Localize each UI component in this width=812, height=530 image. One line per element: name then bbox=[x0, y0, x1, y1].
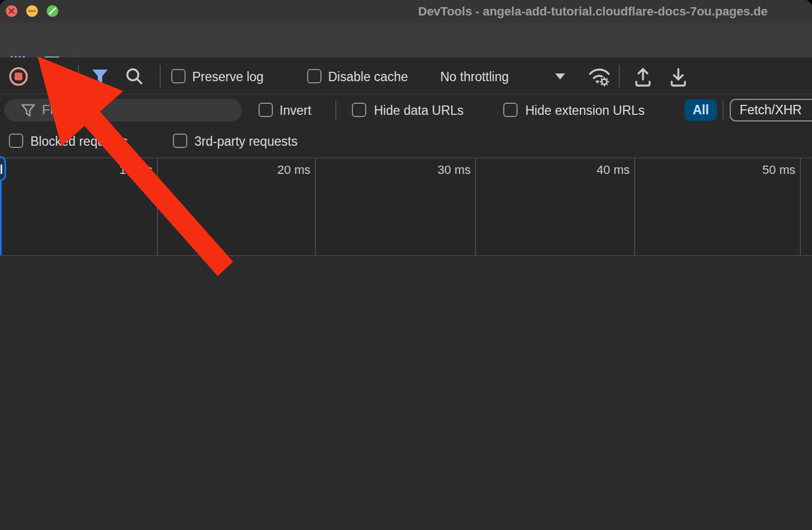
chevron-down-icon[interactable] bbox=[555, 73, 565, 80]
download-icon bbox=[667, 65, 689, 88]
upload-icon bbox=[632, 65, 654, 88]
export-har-button[interactable] bbox=[667, 65, 689, 89]
timeline-gridline bbox=[634, 158, 635, 255]
hide-data-urls-checkbox[interactable] bbox=[352, 103, 366, 117]
timeline-gridline bbox=[800, 158, 801, 255]
filter-row-separator bbox=[335, 100, 336, 120]
third-party-requests-checkbox[interactable] bbox=[173, 134, 187, 148]
search-icon bbox=[124, 66, 145, 87]
preserve-log-checkbox[interactable] bbox=[171, 69, 186, 83]
hide-extension-urls-checkbox[interactable] bbox=[503, 103, 518, 117]
close-window-button[interactable] bbox=[6, 5, 18, 17]
third-party-requests-label: 3rd-party requests bbox=[194, 134, 298, 149]
clear-network-log-button[interactable] bbox=[44, 66, 64, 88]
filter-input[interactable] bbox=[42, 100, 230, 119]
zoom-disabled-icon bbox=[46, 5, 59, 17]
invert-label: Invert bbox=[280, 103, 312, 118]
record-network-log-button[interactable] bbox=[8, 66, 29, 88]
invert-checkbox[interactable] bbox=[259, 103, 273, 117]
timeline-scrubber-handle[interactable] bbox=[0, 156, 6, 181]
timeline-scrubber-line bbox=[0, 181, 2, 255]
minimize-window-button[interactable] bbox=[26, 5, 38, 17]
titlebar: DevTools - angela-add-tutorial.cloudflar… bbox=[0, 0, 812, 23]
window-title: DevTools - angela-add-tutorial.cloudflar… bbox=[418, 4, 768, 19]
scrubber-grip bbox=[1, 165, 2, 174]
clear-icon bbox=[44, 66, 64, 87]
timeline-tick-50ms: 50 ms bbox=[762, 163, 795, 177]
throttling-select[interactable]: No throttling bbox=[440, 70, 509, 84]
devtools-window: DevTools - angela-add-tutorial.cloudflar… bbox=[0, 0, 812, 530]
network-filter-row: Invert Hide data URLs Hide extension URL… bbox=[0, 95, 812, 126]
network-toolbar: Preserve log Disable cache No throttling bbox=[0, 57, 812, 94]
network-overview-timeline[interactable]: 10 ms 20 ms 30 ms 40 ms 50 ms bbox=[0, 157, 812, 256]
request-type-all-chip[interactable]: All bbox=[684, 99, 717, 121]
import-har-button[interactable] bbox=[632, 65, 654, 89]
filter-funnel-icon bbox=[90, 67, 110, 86]
zoom-window-button[interactable] bbox=[46, 5, 59, 17]
requests-empty-panel: Recordi Perform a request bbox=[0, 256, 812, 530]
disable-cache-checkbox[interactable] bbox=[307, 69, 321, 83]
toolbar-separator bbox=[160, 65, 161, 87]
hide-extension-urls-label: Hide extension URLs bbox=[525, 103, 645, 118]
preserve-log-label: Preserve log bbox=[192, 70, 263, 84]
filter-row-separator bbox=[723, 100, 724, 120]
request-type-fetch-xhr-chip[interactable]: Fetch/XHR bbox=[730, 99, 812, 121]
network-conditions-icon bbox=[587, 65, 612, 88]
record-stop-icon bbox=[8, 66, 29, 87]
network-conditions-button[interactable] bbox=[587, 65, 612, 89]
disable-cache-label: Disable cache bbox=[328, 70, 408, 84]
hide-data-urls-label: Hide data URLs bbox=[374, 103, 463, 118]
blocked-requests-label: Blocked requests bbox=[30, 134, 128, 149]
timeline-gridline bbox=[157, 158, 158, 255]
timeline-gridline bbox=[315, 158, 316, 255]
toolbar-separator bbox=[78, 65, 79, 87]
timeline-gridline bbox=[475, 158, 476, 255]
filter-toggle-button[interactable] bbox=[90, 67, 110, 88]
minimize-icon bbox=[26, 5, 38, 17]
toolbar-separator bbox=[619, 65, 620, 87]
devtools-tabbar: Console Network Sources Performance Memo… bbox=[0, 23, 812, 57]
timeline-tick-40ms: 40 ms bbox=[597, 163, 630, 177]
close-icon bbox=[6, 5, 18, 17]
timeline-tick-20ms: 20 ms bbox=[277, 163, 310, 177]
blocked-requests-checkbox[interactable] bbox=[9, 134, 23, 148]
timeline-tick-10ms: 10 ms bbox=[119, 163, 152, 177]
filter-funnel-outline-icon bbox=[20, 102, 36, 119]
search-button[interactable] bbox=[124, 66, 145, 88]
more-filters-row: Blocked requests 3rd-party requests bbox=[0, 126, 812, 157]
timeline-tick-30ms: 30 ms bbox=[437, 163, 471, 177]
